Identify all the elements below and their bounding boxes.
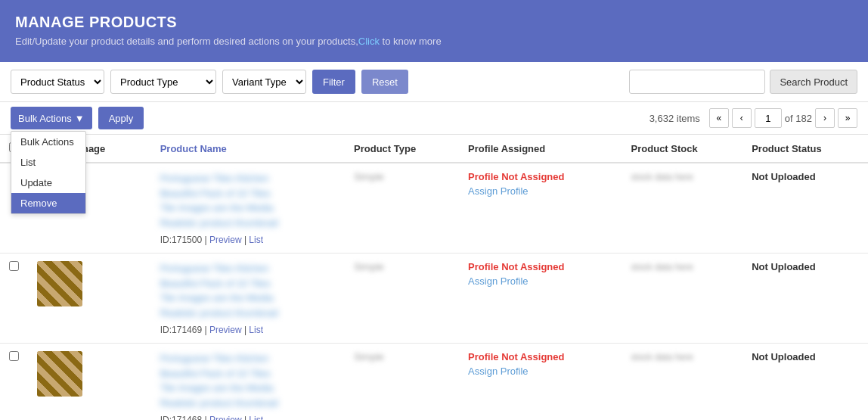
product-type-blurred: Simple (354, 351, 384, 362)
items-count: 3,632 items (649, 113, 700, 124)
bulk-action-remove[interactable]: Remove (11, 193, 85, 213)
row-name-cell: Portuguese Tiles Kitchen Beautiful Pack … (151, 344, 345, 421)
bulk-action-list[interactable]: List (11, 152, 85, 173)
bulk-action-bulk[interactable]: Bulk Actions (11, 132, 85, 152)
row-stock-cell: stock data here (622, 163, 743, 254)
subtitle-suffix: to know more (380, 36, 442, 47)
row-checkbox[interactable] (9, 351, 19, 361)
bulk-actions-row: Bulk Actions ▼ Bulk Actions List Update … (0, 102, 868, 135)
next-page-button[interactable]: › (815, 108, 835, 128)
row-status-cell: Not Uploaded (742, 344, 868, 421)
product-tile-image (37, 351, 82, 397)
bulk-actions-button[interactable]: Bulk Actions ▼ (11, 107, 92, 129)
row-type-cell: Simple (345, 254, 459, 344)
product-type-blurred: Simple (354, 261, 384, 272)
stock-blurred: stock data here (631, 172, 693, 182)
chevron-down-icon: ▼ (75, 113, 85, 124)
profile-not-assigned-text: Profile Not Assigned (468, 351, 564, 362)
status-not-uploaded: Not Uploaded (752, 351, 816, 362)
variant-type-select[interactable]: Variant Type (222, 70, 306, 94)
row-stock-cell: stock data here (622, 344, 743, 421)
page-subtitle: Edit/Update your product details and per… (15, 36, 853, 47)
table-row: Portuguese Tiles Kitchen Beautiful Pack … (0, 163, 868, 254)
page-input[interactable] (755, 108, 782, 128)
row-name-cell: Portuguese Tiles Kitchen Beautiful Pack … (151, 254, 345, 344)
product-thumbnail (37, 261, 82, 306)
filter-toolbar: Product Status Product Type Variant Type… (0, 62, 868, 102)
page-title: MANAGE PRODUCTS (15, 14, 853, 31)
total-pages: 182 (795, 113, 812, 124)
row-profile-cell: Profile Not Assigned Assign Profile (459, 163, 622, 254)
assign-profile-link[interactable]: Assign Profile (468, 366, 612, 377)
bulk-action-update[interactable]: Update (11, 173, 85, 193)
page-header: MANAGE PRODUCTS Edit/Update your product… (0, 0, 868, 62)
row-status-cell: Not Uploaded (742, 254, 868, 344)
table-row: Portuguese Tiles Kitchen Beautiful Pack … (0, 254, 868, 344)
assign-profile-link[interactable]: Assign Profile (468, 275, 612, 287)
learn-more-link[interactable]: Click (358, 36, 380, 47)
row-name-cell: Portuguese Tiles Kitchen Beautiful Pack … (151, 163, 345, 254)
stock-blurred: stock data here (631, 262, 693, 272)
search-button[interactable]: Search Product (770, 70, 857, 94)
product-type-select[interactable]: Product Type (110, 70, 216, 94)
prev-page-button[interactable]: ‹ (732, 108, 752, 128)
products-table-wrapper: Product Image Product Name Product Type … (0, 135, 868, 420)
header-product-type: Product Type (345, 135, 459, 163)
product-thumbnail (37, 351, 82, 397)
bulk-dropdown[interactable]: Bulk Actions ▼ Bulk Actions List Update … (11, 107, 92, 129)
reset-button[interactable]: Reset (361, 70, 408, 94)
products-table: Product Image Product Name Product Type … (0, 135, 868, 420)
row-type-cell: Simple (345, 163, 459, 254)
row-status-cell: Not Uploaded (742, 163, 868, 254)
profile-not-assigned-text: Profile Not Assigned (468, 171, 564, 182)
product-id-row: ID:171500 | Preview | List (160, 235, 336, 245)
assign-profile-link[interactable]: Assign Profile (468, 185, 612, 197)
header-product-stock: Product Stock (622, 135, 743, 163)
row-profile-cell: Profile Not Assigned Assign Profile (459, 254, 622, 344)
product-id-row: ID:171468 | Preview | List (160, 415, 336, 420)
subtitle-text: Edit/Update your product details and per… (15, 36, 358, 47)
list-link[interactable]: List (249, 415, 263, 420)
preview-link[interactable]: Preview (209, 415, 242, 420)
status-not-uploaded: Not Uploaded (752, 171, 816, 182)
row-type-cell: Simple (345, 344, 459, 421)
header-product-name: Product Name (151, 135, 345, 163)
row-profile-cell: Profile Not Assigned Assign Profile (459, 344, 622, 421)
first-page-button[interactable]: « (709, 108, 729, 128)
search-input[interactable] (629, 70, 765, 94)
product-status-select[interactable]: Product Status (11, 70, 104, 94)
row-image-cell (28, 254, 151, 344)
search-box: Search Product (629, 70, 857, 94)
profile-not-assigned-text: Profile Not Assigned (468, 261, 564, 272)
product-name-blurred: Portuguese Tiles Kitchen Beautiful Pack … (160, 171, 336, 230)
of-pages-text: of 182 (785, 113, 812, 124)
list-link[interactable]: List (249, 325, 263, 335)
product-id-row: ID:171469 | Preview | List (160, 325, 336, 335)
row-image-cell (28, 344, 151, 421)
pagination: 3,632 items « ‹ of 182 › » (649, 108, 857, 128)
product-tile-image (37, 261, 82, 306)
bulk-label: Bulk Actions (18, 113, 72, 124)
product-name-blurred: Portuguese Tiles Kitchen Beautiful Pack … (160, 261, 336, 320)
apply-button[interactable]: Apply (98, 107, 144, 129)
table-header-row: Product Image Product Name Product Type … (0, 135, 868, 163)
filter-row: Product Status Product Type Variant Type… (11, 70, 623, 94)
row-stock-cell: stock data here (622, 254, 743, 344)
last-page-button[interactable]: » (838, 108, 857, 128)
status-not-uploaded: Not Uploaded (752, 261, 816, 272)
filter-button[interactable]: Filter (312, 70, 355, 94)
header-product-status: Product Status (742, 135, 868, 163)
row-checkbox[interactable] (9, 261, 19, 271)
header-profile-assigned: Profile Assigned (459, 135, 622, 163)
preview-link[interactable]: Preview (209, 325, 242, 335)
table-row: Portuguese Tiles Kitchen Beautiful Pack … (0, 344, 868, 421)
row-checkbox-cell (0, 344, 28, 421)
stock-blurred: stock data here (631, 352, 693, 362)
preview-link[interactable]: Preview (209, 235, 242, 245)
row-checkbox-cell (0, 254, 28, 344)
list-link[interactable]: List (249, 235, 263, 245)
product-name-blurred: Portuguese Tiles Kitchen Beautiful Pack … (160, 351, 336, 410)
product-type-blurred: Simple (354, 171, 384, 182)
